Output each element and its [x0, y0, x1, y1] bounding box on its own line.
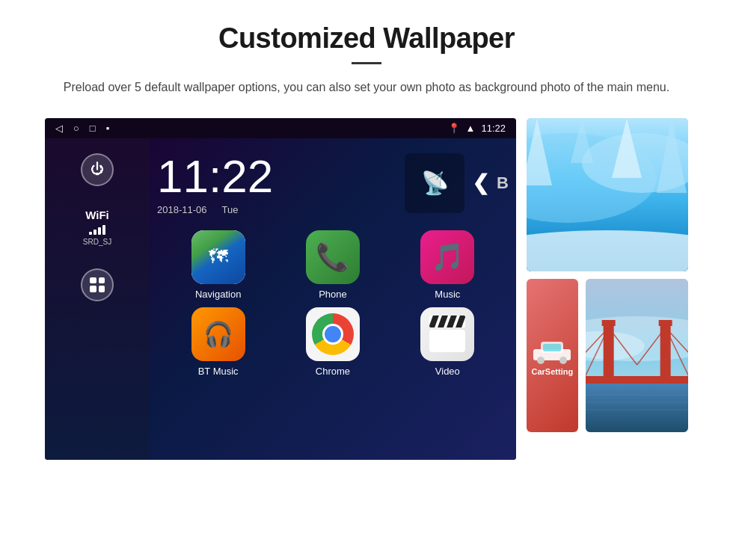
- wifi-bar-3: [98, 227, 101, 235]
- antenna-icon: 📡: [421, 170, 449, 196]
- phone-icon: 📞: [316, 241, 349, 273]
- page-description: Preload over 5 default wallpaper options…: [45, 78, 688, 97]
- svg-point-12: [559, 357, 567, 364]
- page-container: Customized Wallpaper Preload over 5 defa…: [0, 0, 733, 475]
- status-bar-left: ◁ ○ □ ▪: [55, 123, 109, 134]
- bluetooth-icon: 🎧: [203, 320, 233, 348]
- svg-point-8: [527, 230, 688, 271]
- antenna-widget: 📡: [405, 153, 464, 213]
- bridge-scene-bg: [586, 279, 688, 432]
- nav-app-icon: 🗺: [191, 230, 245, 284]
- media-k-icon: ❮: [472, 170, 489, 195]
- wallpaper-bridge[interactable]: [586, 279, 688, 432]
- clapper-board-icon: [429, 316, 465, 352]
- back-icon[interactable]: ◁: [55, 123, 63, 134]
- nav-map-icon: 🗺: [209, 245, 228, 268]
- video-label: Video: [435, 366, 460, 377]
- apps-button[interactable]: [81, 268, 114, 301]
- sidebar: ⏻ WiFi SRD_SJ: [45, 138, 150, 460]
- clock-day: Tue: [222, 204, 239, 215]
- wallpaper-previews: CarSetting: [527, 118, 688, 432]
- app-music[interactable]: 🎵 Music: [394, 230, 501, 300]
- app-bt-music[interactable]: 🎧 BT Music: [165, 307, 272, 377]
- video-app-icon: [420, 307, 474, 361]
- status-time: 11:22: [481, 123, 506, 134]
- clapper-body: [429, 330, 465, 352]
- top-right-widgets: 📡 ❮ B: [405, 153, 509, 213]
- wifi-bar-2: [93, 230, 96, 235]
- nav-label: Navigation: [195, 289, 241, 300]
- music-label: Music: [435, 289, 460, 300]
- main-content: ◁ ○ □ ▪ 📍 ▲ 11:22 ⏻: [45, 118, 688, 460]
- chrome-inner-circle: [322, 324, 343, 345]
- app-video[interactable]: Video: [394, 307, 501, 377]
- carsetting-text: CarSetting: [532, 367, 574, 376]
- center-content: 11:22 2018-11-06 Tue 📡 ❮ B: [150, 138, 516, 460]
- music-app-icon: 🎵: [420, 230, 474, 284]
- title-divider: [352, 62, 381, 64]
- wifi-status-icon: ▲: [466, 123, 476, 134]
- app-chrome[interactable]: Chrome: [279, 307, 386, 377]
- wifi-bar-1: [89, 232, 92, 235]
- wifi-label: WiFi: [83, 209, 111, 221]
- location-icon: 📍: [448, 123, 460, 134]
- bridge-svg: [586, 279, 688, 432]
- clock-area: 11:22 2018-11-06 Tue 📡 ❮ B: [157, 153, 509, 215]
- wifi-bars: [83, 224, 111, 235]
- svg-rect-13: [543, 344, 561, 351]
- android-screen: ◁ ○ □ ▪ 📍 ▲ 11:22 ⏻: [45, 118, 516, 460]
- clock-date: 2018-11-06: [157, 204, 207, 215]
- clapper-top: [429, 316, 465, 327]
- clock-time: 11:22: [157, 153, 273, 200]
- main-area: ⏻ WiFi SRD_SJ: [45, 138, 516, 460]
- page-title: Customized Wallpaper: [45, 22, 688, 55]
- ice-cave-svg: [527, 118, 688, 271]
- chrome-ring: [312, 313, 354, 355]
- wallpaper-carsetting[interactable]: CarSetting: [527, 279, 578, 432]
- app-navigation[interactable]: 🗺 Navigation: [165, 230, 272, 300]
- phone-app-icon: 📞: [306, 230, 360, 284]
- app-grid: 🗺 Navigation 📞 Phone: [157, 230, 509, 377]
- bt-app-icon: 🎧: [191, 307, 245, 361]
- svg-rect-22: [658, 320, 672, 326]
- music-icon: 🎵: [431, 241, 464, 273]
- clock-info: 11:22 2018-11-06 Tue: [157, 153, 273, 215]
- power-button[interactable]: ⏻: [81, 153, 114, 186]
- svg-rect-21: [601, 320, 615, 326]
- home-icon[interactable]: ○: [73, 123, 79, 134]
- wifi-network: SRD_SJ: [83, 238, 111, 246]
- media-b-icon: B: [497, 173, 509, 193]
- screenshot-icon[interactable]: ▪: [106, 123, 110, 134]
- clock-date-row: 2018-11-06 Tue: [157, 204, 273, 215]
- carsetting-preview: CarSetting: [527, 279, 578, 432]
- ice-cave-bg: [527, 118, 688, 271]
- chrome-app-icon: [306, 307, 360, 361]
- status-bar: ◁ ○ □ ▪ 📍 ▲ 11:22: [45, 118, 516, 138]
- bt-music-label: BT Music: [198, 366, 239, 377]
- svg-rect-18: [586, 376, 688, 384]
- wallpaper-bottom-row: CarSetting: [527, 279, 688, 432]
- app-phone[interactable]: 📞 Phone: [279, 230, 386, 300]
- chrome-label: Chrome: [316, 366, 350, 377]
- wallpaper-ice-cave[interactable]: [527, 118, 688, 271]
- apps-grid-icon: [90, 277, 105, 292]
- svg-point-11: [537, 357, 545, 364]
- status-bar-right: 📍 ▲ 11:22: [448, 123, 506, 134]
- wifi-info: WiFi SRD_SJ: [83, 209, 111, 246]
- car-svg-icon: [530, 334, 574, 364]
- phone-label: Phone: [319, 289, 347, 300]
- svg-rect-17: [586, 384, 688, 432]
- power-icon: ⏻: [91, 161, 104, 177]
- recents-icon[interactable]: □: [90, 123, 96, 134]
- wifi-bar-4: [102, 225, 105, 235]
